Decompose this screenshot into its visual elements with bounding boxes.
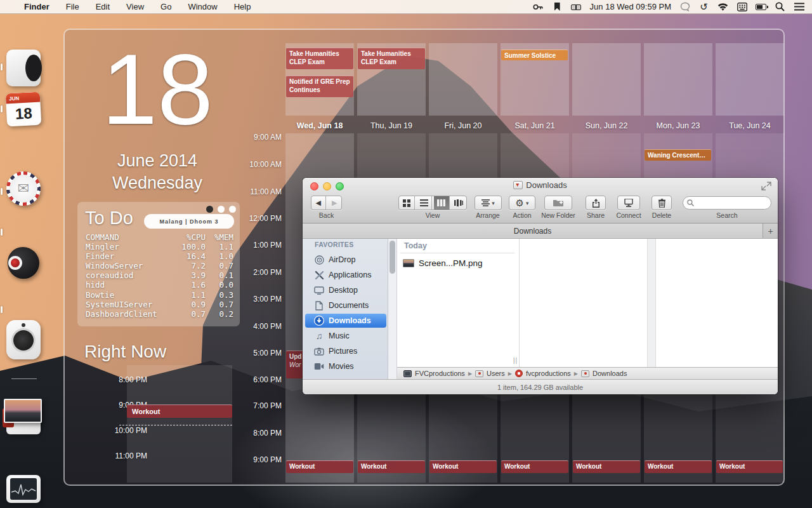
date-widget-month-year: June 2014 bbox=[75, 151, 240, 171]
arrange-button[interactable]: ▾ bbox=[475, 196, 502, 210]
airdrop-icon bbox=[314, 255, 324, 265]
now-playing-pill: Malang | Dhoom 3 bbox=[144, 214, 234, 229]
event-summer-solstice[interactable]: Summer Solstice bbox=[501, 50, 568, 60]
action-label: Action bbox=[507, 211, 537, 219]
event-gre-prep[interactable]: Notified if GRE Prep Continues bbox=[286, 76, 353, 97]
keyboard-viewer-icon[interactable] bbox=[737, 2, 747, 12]
menu-clock[interactable]: Jun 18 Wed 09:59 PM bbox=[590, 2, 671, 11]
search-input[interactable] bbox=[683, 196, 771, 210]
running-indicator bbox=[1, 105, 3, 112]
computer-icon bbox=[403, 370, 412, 377]
event-workout[interactable]: Workout bbox=[429, 460, 497, 473]
running-indicator bbox=[1, 188, 3, 195]
path-item-home[interactable]: fvcproductions bbox=[526, 370, 571, 377]
column-resize-handle[interactable]: || bbox=[513, 357, 518, 364]
icon-view-button[interactable] bbox=[399, 196, 415, 210]
dock-minimized-window-thumbnail[interactable] bbox=[4, 399, 42, 423]
path-item-downloads[interactable]: Downloads bbox=[593, 370, 627, 377]
chevron-right-icon: ▶ bbox=[574, 371, 578, 377]
column-divider-band[interactable] bbox=[647, 239, 656, 367]
event-workout[interactable]: Workout bbox=[573, 460, 640, 473]
event-workout[interactable]: Workout bbox=[645, 460, 712, 473]
bookmark-icon[interactable] bbox=[552, 2, 563, 12]
connect-button[interactable] bbox=[617, 196, 640, 210]
right-now-time: 8:00 PM bbox=[94, 375, 147, 384]
menu-item-go[interactable]: Go bbox=[160, 2, 171, 11]
event-waning-crescent[interactable]: Waning Crescent… bbox=[645, 149, 711, 161]
coverflow-view-button[interactable] bbox=[452, 196, 467, 210]
forward-button[interactable]: ▶ bbox=[328, 196, 342, 210]
menu-item-view[interactable]: View bbox=[126, 2, 144, 11]
dock-icon-browser-sphere[interactable] bbox=[6, 246, 41, 280]
menu-item-window[interactable]: Window bbox=[188, 2, 217, 11]
sidebar-item-music[interactable]: ♫ Music bbox=[305, 329, 386, 343]
fullscreen-icon[interactable] bbox=[761, 182, 771, 190]
event-workout[interactable]: Workout bbox=[286, 460, 353, 473]
running-indicator bbox=[1, 64, 3, 70]
dock-icon-machine-app[interactable] bbox=[6, 50, 41, 86]
list-view-button[interactable] bbox=[417, 196, 433, 210]
time-label: 5:00 PM bbox=[242, 349, 282, 358]
column-divider[interactable] bbox=[519, 239, 520, 367]
path-item-computer[interactable]: FVCproductions bbox=[415, 370, 465, 377]
process-row: coreaudiod3.90.1 bbox=[86, 271, 233, 280]
battery-icon[interactable] bbox=[756, 2, 766, 12]
process-row: WindowServer7.20.7 bbox=[86, 261, 233, 271]
new-folder-button[interactable] bbox=[544, 196, 572, 210]
menu-app-name[interactable]: Finder bbox=[24, 2, 49, 11]
sidebar-item-documents[interactable]: Documents bbox=[305, 298, 386, 312]
sidebar-item-applications[interactable]: Applications bbox=[305, 268, 386, 282]
page-dot[interactable] bbox=[218, 206, 225, 213]
share-button[interactable] bbox=[586, 196, 606, 210]
notification-center-icon[interactable] bbox=[794, 2, 804, 12]
applications-icon bbox=[314, 270, 324, 280]
sidebar-item-partial[interactable] bbox=[305, 375, 386, 379]
event-workout[interactable]: Workout bbox=[716, 460, 783, 473]
right-now-workout-event[interactable]: Workout bbox=[127, 404, 232, 418]
back-button[interactable]: ◀ bbox=[311, 196, 326, 210]
glasses-icon[interactable] bbox=[571, 2, 582, 12]
todo-widget: To Do Malang | Dhoom 3 COMMAND %CPU %MEM… bbox=[77, 202, 240, 326]
dock-calendar-day: 18 bbox=[6, 102, 42, 126]
spotlight-icon[interactable] bbox=[775, 2, 785, 12]
finder-window: Downloads ◀ ▶ Back View bbox=[303, 178, 778, 394]
tab-downloads[interactable]: Downloads bbox=[303, 224, 763, 238]
sidebar-item-downloads-selected[interactable]: Downloads bbox=[305, 314, 386, 328]
page-dot-active[interactable] bbox=[206, 206, 213, 213]
sidebar-item-airdrop[interactable]: AirDrop bbox=[305, 253, 386, 267]
menu-item-file[interactable]: File bbox=[66, 2, 79, 11]
new-tab-button[interactable]: + bbox=[763, 224, 778, 238]
view-label: View bbox=[398, 211, 467, 219]
page-dot[interactable] bbox=[229, 206, 236, 213]
file-row[interactable]: Screen...PM.png bbox=[400, 256, 516, 270]
scrollbar-thumb[interactable] bbox=[390, 241, 395, 274]
todo-title: To Do bbox=[85, 208, 133, 229]
menu-item-help[interactable]: Help bbox=[234, 2, 251, 11]
menu-item-edit[interactable]: Edit bbox=[96, 2, 110, 11]
sidebar-scrollbar[interactable] bbox=[388, 239, 397, 379]
sidebar-item-movies[interactable]: Movies bbox=[305, 359, 386, 373]
window-chrome[interactable]: Downloads ◀ ▶ Back View bbox=[303, 178, 778, 224]
event-workout[interactable]: Workout bbox=[358, 460, 425, 473]
dock-icon-activity-tablet[interactable] bbox=[6, 475, 41, 503]
running-indicator bbox=[1, 306, 3, 313]
event-clep-exam[interactable]: Take Humanities CLEP Exam bbox=[358, 48, 425, 69]
dock-icon-speaker-cam[interactable] bbox=[6, 320, 41, 359]
date-widget-day: 18 bbox=[75, 33, 240, 145]
password-key-icon[interactable] bbox=[533, 2, 544, 12]
desktop-icon bbox=[314, 285, 324, 295]
action-button[interactable]: ⚙▾ bbox=[509, 196, 535, 210]
time-machine-icon[interactable]: ↺ bbox=[698, 2, 709, 12]
dock-icon-mail[interactable] bbox=[6, 171, 41, 206]
path-item-users[interactable]: Users bbox=[487, 370, 505, 377]
imessage-bubble-icon[interactable] bbox=[679, 2, 690, 12]
sidebar-item-desktop[interactable]: Desktop bbox=[305, 283, 386, 297]
delete-button[interactable] bbox=[652, 196, 672, 210]
column-view-button-selected[interactable] bbox=[434, 196, 450, 210]
event-clep-exam[interactable]: Take Humanities CLEP Exam bbox=[286, 48, 353, 69]
wifi-icon[interactable] bbox=[717, 2, 728, 12]
sidebar-item-pictures[interactable]: Pictures bbox=[305, 344, 386, 358]
dock-icon-calendar[interactable]: JUN 18 bbox=[6, 92, 42, 127]
tab-bar: Downloads + bbox=[303, 224, 778, 239]
event-workout[interactable]: Workout bbox=[501, 460, 568, 473]
